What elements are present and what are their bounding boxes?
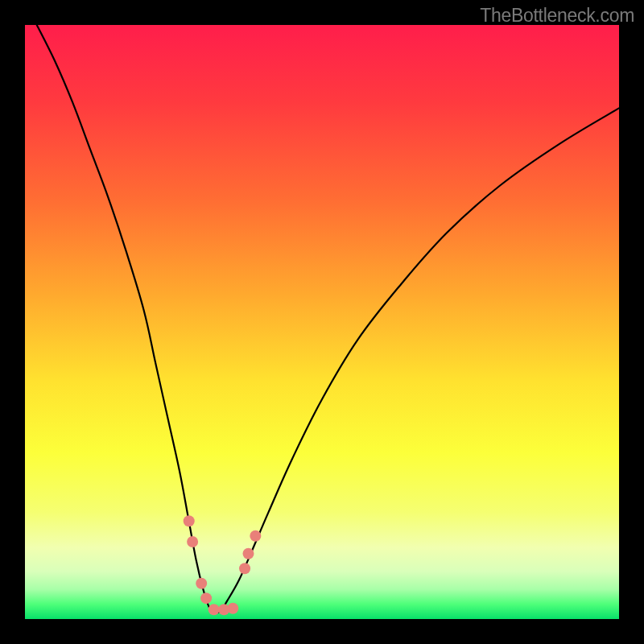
watermark-text: TheBottleneck.com <box>480 5 634 27</box>
marker-dot <box>196 578 207 589</box>
marker-dot <box>187 536 198 547</box>
marker-dot <box>227 603 238 614</box>
marker-dot <box>250 530 261 542</box>
marker-dot <box>242 548 254 559</box>
marker-dot <box>200 592 212 604</box>
curve-layer <box>25 25 619 619</box>
marker-dot <box>239 563 250 574</box>
marker-dot <box>184 515 195 526</box>
marker-dot <box>208 604 220 615</box>
outer-frame: TheBottleneck.com <box>0 0 644 644</box>
bottleneck-curve <box>37 25 619 613</box>
plot-area <box>25 25 619 619</box>
marker-dots <box>184 515 262 615</box>
